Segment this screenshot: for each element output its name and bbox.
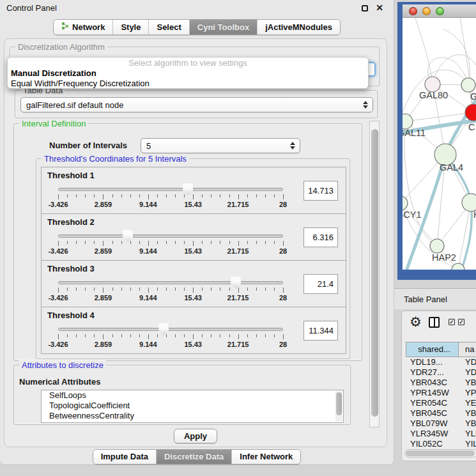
tab-cyni-toolbox[interactable]: Cyni Toolbox [190, 20, 257, 35]
slider-track[interactable] [58, 328, 283, 331]
network-window-titlebar[interactable] [403, 4, 476, 18]
network-node-label: GCY1 [403, 210, 422, 220]
tab-infer-network[interactable]: Infer Network [232, 450, 300, 464]
cell-shared-name[interactable]: YBR045C [406, 408, 458, 418]
network-node-label: H [473, 210, 476, 220]
cell-name[interactable]: YDL1 [458, 357, 476, 367]
column-header-shared-name[interactable]: shared... [406, 342, 459, 357]
list-item[interactable]: TopologicalCoefficient [42, 401, 343, 411]
slider-track[interactable] [58, 234, 283, 238]
tab-select[interactable]: Select [149, 20, 189, 35]
network-node[interactable] [403, 196, 408, 210]
list-item[interactable]: SelfLoops [42, 390, 343, 401]
table-row[interactable]: YLR345WYLR3 [406, 429, 476, 439]
cell-name[interactable]: YBR0 [458, 378, 476, 388]
tick-mark [103, 334, 104, 339]
dropdown-item-equal-width[interactable]: Equal Width/Frequency Discretization [8, 79, 368, 89]
number-of-intervals-combobox[interactable]: 5 [141, 138, 300, 153]
tab-jactivemnodules[interactable]: jActiveMNodules [257, 20, 340, 35]
tab-impute-data[interactable]: Impute Data [93, 450, 157, 464]
close-icon[interactable]: ✕ [376, 3, 383, 13]
checkbox-icon[interactable]: ✓ [449, 319, 455, 325]
threshold-value-field[interactable]: 14.713 [303, 181, 338, 201]
table-row[interactable]: YPR145WYPR1 [406, 388, 476, 398]
table-row[interactable]: YER054CYER0 [406, 398, 476, 408]
tick-mark [256, 334, 257, 337]
column-header-name[interactable]: na [459, 342, 476, 357]
cell-shared-name[interactable]: YDR27... [406, 367, 458, 378]
scrollbar-thumb[interactable] [336, 392, 342, 415]
tick-mark [265, 334, 266, 337]
cell-name[interactable]: YER0 [458, 398, 476, 408]
apply-button[interactable]: Apply [174, 429, 217, 443]
dropdown-item-manual[interactable]: Manual Discretization [8, 68, 368, 79]
cell-name[interactable]: YPR1 [458, 388, 476, 398]
slider-thumb[interactable] [158, 323, 169, 335]
tick-mark [112, 241, 113, 244]
tab-style[interactable]: Style [113, 20, 149, 35]
cell-name[interactable]: YBR0 [458, 408, 476, 418]
cell-shared-name[interactable]: YLR345W [406, 429, 458, 439]
cell-name[interactable]: YLR3 [458, 429, 476, 439]
table-data-combobox[interactable]: galFiltered.sif default node [20, 97, 373, 112]
gear-icon[interactable]: ⚙ [410, 315, 422, 328]
network-node[interactable] [465, 104, 476, 121]
zoom-traffic-light-icon[interactable] [436, 7, 444, 15]
threshold-label: Threshold 1 [47, 171, 95, 180]
cell-shared-name[interactable]: YPR145W [406, 388, 458, 398]
cell-shared-name[interactable]: YDL19... [406, 357, 458, 367]
scrollbar-thumb[interactable] [406, 450, 475, 456]
cell-shared-name[interactable]: YBR043C [406, 378, 458, 388]
network-node[interactable] [462, 194, 476, 211]
cell-name[interactable]: YIL0 [458, 439, 476, 449]
slider-thumb[interactable] [231, 277, 241, 289]
numerical-attributes-list[interactable]: SelfLoopsTopologicalCoefficientBetweenne… [41, 390, 344, 423]
slider-thumb[interactable] [123, 230, 133, 242]
cell-shared-name[interactable]: YER054C [406, 398, 458, 408]
dropdown-placeholder-item[interactable]: Select algorithm to view settings [8, 58, 368, 68]
tab-discretize-data[interactable]: Discretize Data [157, 450, 232, 464]
table-row[interactable]: YDR27...YDR2 [406, 367, 476, 378]
slider-track[interactable] [58, 281, 283, 284]
table-row[interactable]: YBL079WYBL0 [406, 418, 476, 429]
combo-stepper-icon [363, 101, 368, 109]
tab-network[interactable]: Network [54, 20, 113, 35]
columns-icon[interactable] [429, 317, 440, 328]
minimize-traffic-light-icon[interactable] [422, 7, 431, 15]
tick-mark [247, 334, 248, 337]
cell-name[interactable]: YBL0 [458, 418, 476, 429]
tick-mark [148, 334, 149, 339]
table-horizontal-scrollbar[interactable] [404, 449, 476, 457]
network-canvas[interactable]: GAL80GACGAL11GAL4GCY1HHAP2 [403, 18, 476, 270]
list-scrollbar[interactable] [335, 391, 342, 422]
top-tab-strip: NetworkStyleSelectCyni ToolboxjActiveMNo… [0, 19, 394, 35]
float-window-icon[interactable] [362, 5, 368, 12]
tick-mark [130, 288, 131, 291]
checkbox-icon[interactable]: ✓ [458, 319, 464, 325]
scrollbar-thumb[interactable] [371, 129, 378, 417]
tick-mark [94, 241, 95, 244]
tick-mark [238, 194, 239, 199]
table-row[interactable]: YIL052CYIL0 [406, 439, 476, 449]
table-row[interactable]: YBR045CYBR0 [406, 408, 476, 418]
threshold-value-field[interactable]: 21.4 [303, 274, 338, 294]
cell-shared-name[interactable]: YIL052C [406, 439, 458, 449]
table-row[interactable]: YBR043CYBR0 [406, 378, 476, 388]
slider-track[interactable] [58, 188, 283, 191]
tick-mark [76, 194, 77, 197]
cyni-toolbox-panel: Discretization Algorithm Select algorith… [4, 38, 387, 447]
network-edge[interactable] [443, 29, 470, 85]
tick-mark [247, 194, 248, 197]
table-row[interactable]: YDL19...YDL1 [406, 357, 476, 367]
list-item[interactable]: BetweennessCentrality [42, 411, 343, 421]
threshold-value-field[interactable]: 11.344 [303, 321, 338, 341]
close-traffic-light-icon[interactable] [409, 7, 417, 15]
network-node[interactable] [430, 239, 444, 253]
tick-mark [112, 334, 113, 337]
cell-name[interactable]: YDR2 [458, 367, 476, 378]
network-node[interactable] [461, 78, 475, 92]
cell-shared-name[interactable]: YBL079W [406, 418, 458, 429]
settings-vertical-scrollbar[interactable] [369, 121, 380, 427]
threshold-value-field[interactable]: 6.316 [303, 227, 338, 247]
threshold-label: Threshold 3 [47, 264, 95, 273]
